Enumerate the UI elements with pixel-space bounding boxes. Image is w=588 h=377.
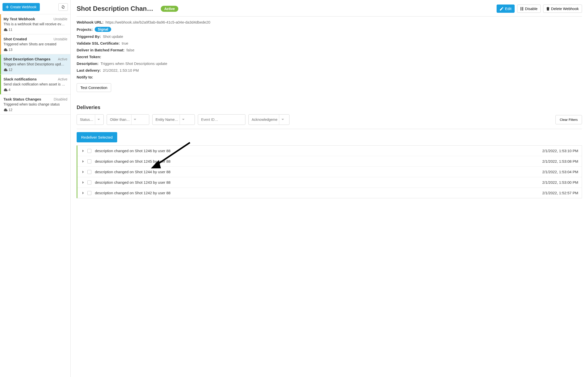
delete-button[interactable]: Delete Webhook xyxy=(543,5,582,13)
delivery-checkbox[interactable] xyxy=(87,191,91,195)
webhook-item-count: 12 xyxy=(9,68,13,72)
sidebar: Create Webhook My Test WebhookUnstableTh… xyxy=(0,0,71,377)
disable-button[interactable]: Disable xyxy=(517,5,541,13)
url-label: Webhook URL: xyxy=(77,20,103,24)
event-id-input[interactable] xyxy=(198,114,245,125)
webhook-list-item[interactable]: Shot Description ChangesActiveTriggers w… xyxy=(0,54,70,74)
page-title: Shot Description Chang… xyxy=(77,5,157,13)
cloud-icon xyxy=(4,109,8,111)
project-tag[interactable]: Signal xyxy=(95,27,111,32)
delivery-table: description changed on Shot 1246 by user… xyxy=(77,145,582,198)
chevron-down-icon xyxy=(281,119,284,121)
webhook-item-title: Shot Description Changes xyxy=(4,57,51,61)
webhook-item-desc: Send slack notification when asset is … xyxy=(4,82,67,86)
delivery-message: description changed on Shot 1245 by user… xyxy=(95,159,171,163)
refresh-button[interactable] xyxy=(58,3,68,11)
triggered-label: Triggered By: xyxy=(77,34,101,39)
secret-label: Secret Token: xyxy=(77,55,101,59)
webhook-item-desc: Triggered when Shots are created xyxy=(4,42,67,46)
entity-name-filter[interactable]: Entity Name… xyxy=(152,114,195,125)
webhook-item-meta: 11 xyxy=(4,28,67,32)
pause-icon xyxy=(520,7,523,11)
delivery-timestamp: 2/1/2022, 1:53:04 PM xyxy=(542,170,578,174)
webhook-list: My Test WebhookUnstableThis is a webhook… xyxy=(0,14,70,377)
plus-icon xyxy=(6,6,9,9)
webhook-item-count: 4 xyxy=(9,88,11,92)
webhook-item-status: Disabled xyxy=(54,97,67,101)
webhook-item-count: 11 xyxy=(9,28,13,32)
clear-filters-button[interactable]: Clear Filters xyxy=(555,115,582,124)
chevron-right-icon[interactable] xyxy=(81,160,85,163)
projects-label: Projects: xyxy=(77,27,93,32)
webhook-item-desc: Triggers when Shot Descriptions upd… xyxy=(4,62,67,66)
pencil-icon xyxy=(500,7,503,11)
webhook-item-title: Slack notifications xyxy=(4,77,37,81)
delivery-row[interactable]: description changed on Shot 1243 by user… xyxy=(77,177,582,188)
url-value: https://webhook.site/b2a9f3ab-8a96-41c5-… xyxy=(105,20,210,24)
create-webhook-label: Create Webhook xyxy=(10,5,37,9)
refresh-icon xyxy=(61,5,65,9)
webhook-item-count: 13 xyxy=(9,48,13,52)
chevron-right-icon[interactable] xyxy=(81,170,85,173)
chevron-down-icon xyxy=(97,119,100,121)
desc-value: Triggers when Shot Descriptions update xyxy=(101,61,167,66)
main-panel: Shot Description Chang… Active Edit Disa… xyxy=(71,0,588,377)
webhook-item-status: Unstable xyxy=(54,17,67,21)
webhook-item-desc: This is a webhook that will receive ev… xyxy=(4,22,67,26)
delivery-timestamp: 2/1/2022, 1:53:10 PM xyxy=(542,149,578,153)
chevron-right-icon[interactable] xyxy=(81,181,85,184)
delivery-row[interactable]: description changed on Shot 1242 by user… xyxy=(77,188,582,198)
webhook-item-meta: 12 xyxy=(4,68,67,72)
batch-value: false xyxy=(126,48,134,52)
chevron-down-icon xyxy=(182,119,185,121)
header-actions: Edit Disable Delete Webhook xyxy=(497,5,582,13)
status-filter[interactable]: Status… xyxy=(77,114,104,125)
delivery-timestamp: 2/1/2022, 1:53:08 PM xyxy=(542,159,578,163)
delivery-row[interactable]: description changed on Shot 1244 by user… xyxy=(77,167,582,177)
ssl-value: true xyxy=(122,41,128,45)
delivery-message: description changed on Shot 1246 by user… xyxy=(95,149,171,153)
webhook-list-item[interactable]: Task Status ChangesDisabledTriggered whe… xyxy=(0,95,70,115)
delivery-checkbox[interactable] xyxy=(87,170,91,174)
webhook-item-status: Active xyxy=(58,77,67,81)
webhook-item-desc: Triggered when tasks change status xyxy=(4,102,67,106)
delivery-row[interactable]: description changed on Shot 1245 by user… xyxy=(77,156,582,167)
webhook-item-meta: 4 xyxy=(4,88,67,92)
deliveries-heading: Deliveries xyxy=(77,105,582,110)
webhook-item-status: Active xyxy=(58,57,67,61)
webhook-list-item[interactable]: My Test WebhookUnstableThis is a webhook… xyxy=(0,14,70,34)
filters-row: Status… Older than… Entity Name… Acknowl… xyxy=(77,114,582,129)
edit-button[interactable]: Edit xyxy=(497,5,515,13)
chevron-right-icon[interactable] xyxy=(81,192,85,195)
delivery-timestamp: 2/1/2022, 1:52:57 PM xyxy=(542,191,578,195)
delivery-message: description changed on Shot 1242 by user… xyxy=(95,191,171,195)
webhook-list-item[interactable]: Shot CreatedUnstableTriggered when Shots… xyxy=(0,34,70,54)
desc-label: Description: xyxy=(77,61,99,66)
trash-icon xyxy=(546,7,549,11)
delivery-checkbox[interactable] xyxy=(87,180,91,184)
delivery-checkbox[interactable] xyxy=(87,149,91,153)
webhook-item-title: Shot Created xyxy=(4,37,27,41)
redeliver-selected-button[interactable]: Redeliver Selected xyxy=(77,132,117,142)
notify-label: Notify to: xyxy=(77,75,93,79)
cloud-icon xyxy=(4,28,8,31)
delivery-timestamp: 2/1/2022, 1:53:00 PM xyxy=(542,180,578,184)
delivery-message: description changed on Shot 1243 by user… xyxy=(95,180,171,184)
test-connection-button[interactable]: Test Connection xyxy=(77,83,111,92)
older-than-filter[interactable]: Older than… xyxy=(107,114,149,125)
chevron-right-icon[interactable] xyxy=(81,149,85,152)
create-webhook-button[interactable]: Create Webhook xyxy=(3,3,40,11)
delivery-row[interactable]: description changed on Shot 1246 by user… xyxy=(77,146,582,156)
sidebar-header: Create Webhook xyxy=(0,0,70,14)
delivery-checkbox[interactable] xyxy=(87,159,91,163)
webhook-list-item[interactable]: Slack notificationsActiveSend slack noti… xyxy=(0,74,70,95)
chevron-down-icon xyxy=(133,119,136,121)
main-header: Shot Description Chang… Active Edit Disa… xyxy=(77,5,582,17)
last-label: Last delivery: xyxy=(77,68,101,72)
cloud-icon xyxy=(4,48,8,51)
webhook-item-title: My Test Webhook xyxy=(4,17,35,21)
webhook-item-meta: 13 xyxy=(4,48,67,52)
delivery-message: description changed on Shot 1244 by user… xyxy=(95,170,171,174)
webhook-item-title: Task Status Changes xyxy=(4,97,41,101)
acknowledgement-filter[interactable]: Acknowledgeme xyxy=(248,114,289,125)
